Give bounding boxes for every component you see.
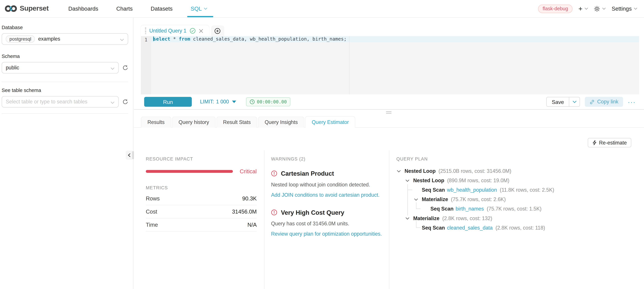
new-dropdown-button[interactable]: +	[578, 5, 588, 12]
line-number: 1	[144, 37, 148, 43]
warning-cartesian-product: Cartesian Product Nested loop without jo…	[271, 170, 385, 198]
query-saved-check-icon	[190, 28, 196, 34]
query-plan-column: QUERY PLAN Nested Loop (2515.0B rows, co…	[396, 156, 638, 232]
table-schema-label: See table schema	[2, 87, 128, 93]
tree-expand-caret[interactable]	[405, 217, 410, 220]
table-select[interactable]: Select table or type to search tables	[2, 96, 119, 107]
limit-dropdown[interactable]: LIMIT: 1 000	[200, 99, 236, 105]
resize-handle[interactable]	[386, 111, 392, 114]
plan-node-stats: (75.7K rows, cost: 2.6K)	[451, 196, 506, 202]
plan-node-seq-scan: Seq Scan wb_health_population (11.8K row…	[396, 185, 638, 195]
schema-label: Schema	[2, 53, 128, 59]
sql-keyword: select	[153, 36, 170, 42]
limit-label: LIMIT:	[200, 99, 214, 105]
collapse-sidebar-button[interactable]	[126, 151, 132, 160]
run-button[interactable]: Run	[144, 97, 192, 107]
plan-operation: Seq Scan	[422, 187, 445, 193]
chevron-down-icon	[204, 7, 208, 10]
re-estimate-button[interactable]: Re-estimate	[588, 138, 631, 147]
splitter-handle[interactable]	[132, 151, 134, 159]
warning-suggestion-link[interactable]: Add JOIN conditions to avoid cartesian p…	[271, 192, 385, 198]
editor-code-area[interactable]: select * from cleaned_sales_data, wb_hea…	[151, 36, 639, 94]
nav-item-sql[interactable]: SQL	[182, 0, 216, 17]
plan-node-stats: (11.8K rows, cost: 2.5K)	[500, 187, 554, 193]
sql-text: cleaned_sales_data, wb_health_population…	[190, 36, 346, 42]
environment-badge: flask-debug	[538, 4, 573, 13]
theme-toggle-button[interactable]	[594, 5, 606, 12]
plan-table-link[interactable]: birth_names	[456, 206, 484, 212]
tab-label: Results	[148, 119, 164, 125]
chevron-down-icon	[602, 7, 606, 10]
column-divider	[264, 150, 264, 289]
plan-node-nested-loop: Nested Loop (2515.0B rows, cost: 31456.0…	[396, 166, 638, 176]
database-select[interactable]: postgresql examples	[2, 33, 128, 45]
tab-label: Query Insights	[265, 119, 298, 125]
new-query-tab-button[interactable]	[211, 25, 224, 36]
nav-items: Dashboards Charts Datasets SQL	[59, 0, 216, 17]
logo-wordmark: Superset	[20, 4, 49, 13]
save-button[interactable]: Save	[547, 97, 569, 106]
circle-plus-icon	[214, 28, 221, 34]
copy-link-button[interactable]: Copy link	[585, 97, 623, 107]
print-margin-line	[349, 36, 350, 94]
superset-logo[interactable]: Superset	[5, 4, 48, 13]
re-estimate-label: Re-estimate	[599, 140, 627, 146]
settings-menu[interactable]: Settings	[612, 5, 638, 12]
plan-operation: Nested Loop	[404, 168, 436, 174]
tab-results[interactable]: Results	[141, 117, 171, 128]
plan-node-stats: (2.8K rows, cost: 132)	[442, 215, 492, 221]
refresh-schemas-icon[interactable]	[122, 65, 128, 71]
refresh-tables-icon[interactable]	[122, 99, 128, 105]
code-editor[interactable]: 1 select * from cleaned_sales_data, wb_h…	[141, 36, 639, 94]
copy-link-label: Copy link	[597, 99, 618, 105]
query-tab[interactable]: Untitled Query 1	[141, 25, 209, 36]
table-row: Select table or type to search tables	[2, 96, 128, 107]
warning-circle-icon	[271, 209, 277, 216]
sql-editor: Untitled Query 1 1	[141, 25, 639, 109]
settings-label: Settings	[612, 5, 632, 12]
chevron-down-icon	[120, 35, 124, 43]
plan-table-link[interactable]: cleaned_sales_data	[447, 225, 493, 231]
query-plan-tree: Nested Loop (2515.0B rows, cost: 31456.0…	[396, 166, 638, 232]
query-estimator-panel: Re-estimate RESOURCE IMPACT Critical MET…	[134, 128, 644, 289]
result-tabs: Results Query history Result Stats Query…	[141, 116, 356, 128]
warning-description: Nested loop without join condition detec…	[271, 181, 385, 188]
navbar-right: flask-debug + Settings	[538, 4, 638, 13]
nav-label: Dashboards	[68, 5, 98, 12]
sql-text: *	[170, 36, 179, 42]
query-tab-title: Untitled Query 1	[149, 28, 186, 34]
nav-label: SQL	[190, 5, 202, 12]
tab-query-history[interactable]: Query history	[172, 117, 216, 128]
warning-title: Very High Cost Query	[281, 209, 344, 216]
save-options-caret[interactable]	[569, 97, 580, 106]
warning-suggestion-link[interactable]: Review query plan for optimization oppor…	[271, 231, 385, 237]
clock-icon	[250, 99, 255, 104]
metric-value: 31456.0M	[232, 209, 256, 215]
nav-item-charts[interactable]: Charts	[107, 0, 142, 17]
tab-result-stats[interactable]: Result Stats	[216, 117, 257, 128]
tree-expand-caret[interactable]	[414, 198, 418, 201]
tree-expand-caret[interactable]	[405, 179, 410, 182]
drag-handle-icon[interactable]	[145, 27, 146, 34]
nav-item-datasets[interactable]: Datasets	[142, 0, 182, 17]
sql-statement: select * from cleaned_sales_data, wb_hea…	[151, 36, 639, 42]
chevron-down-icon	[110, 64, 114, 71]
query-tab-bar: Untitled Query 1	[141, 25, 639, 36]
plan-node-nested-loop: Nested Loop (890.9M rows, cost: 19.0M)	[396, 176, 638, 185]
query-plan-header: QUERY PLAN	[396, 156, 638, 161]
plan-table-link[interactable]: wb_health_population	[447, 187, 497, 193]
close-tab-icon[interactable]	[199, 28, 203, 33]
plan-node-stats: (75.7K rows, cost: 1.5K)	[487, 206, 542, 212]
more-actions-button[interactable]: ···	[628, 98, 636, 105]
plan-operation: Materialize	[413, 215, 440, 221]
metrics-table: Rows 90.3K Cost 31456.0M Time N/A	[146, 192, 256, 232]
tab-query-insights[interactable]: Query Insights	[258, 117, 304, 128]
warning-title: Cartesian Product	[281, 170, 334, 177]
plan-node-materialize: Materialize (75.7K rows, cost: 2.6K)	[396, 195, 638, 204]
tab-query-estimator[interactable]: Query Estimator	[305, 116, 355, 128]
nav-item-dashboards[interactable]: Dashboards	[59, 0, 107, 17]
tab-label: Query Estimator	[312, 119, 349, 125]
sql-keyword: from	[179, 36, 190, 42]
schema-select[interactable]: public	[2, 62, 119, 73]
tree-expand-caret[interactable]	[396, 170, 401, 172]
